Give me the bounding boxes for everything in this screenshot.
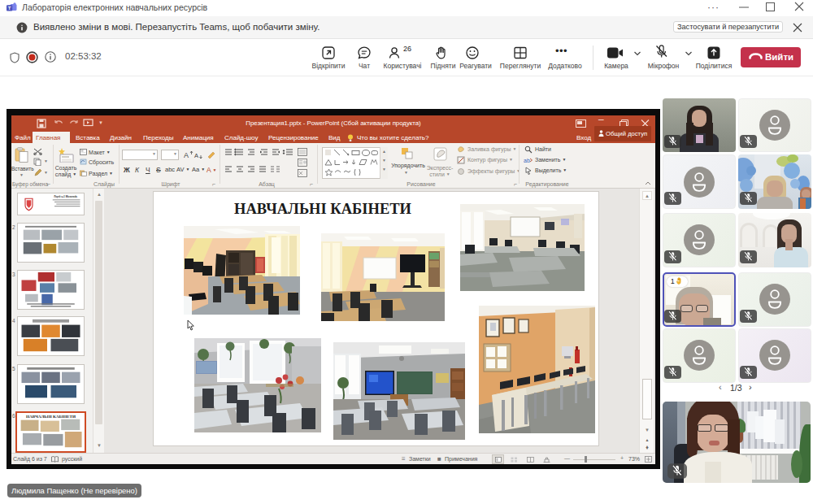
svg-text:A: A (194, 152, 198, 159)
svg-text:A: A (184, 151, 189, 159)
svg-text:T: T (8, 6, 11, 11)
svg-text:ab: ab (524, 158, 530, 163)
svg-text:НАВЧАЛЬНІ КАБІНЕТИ: НАВЧАЛЬНІ КАБІНЕТИ (26, 415, 76, 419)
svg-text:Ліцей №1 Міськradа: Ліцей №1 Міськradа (54, 195, 77, 198)
